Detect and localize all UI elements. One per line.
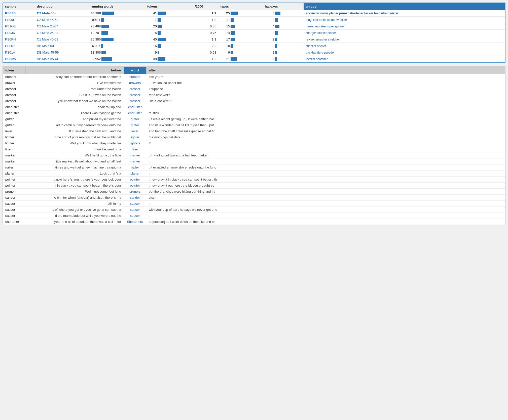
bottom-row-word[interactable]: pointer — [124, 183, 146, 189]
bottom-row-word[interactable]: Shorteners — [124, 219, 146, 225]
top-row-sample[interactable]: PS03S — [3, 10, 35, 17]
top-row-sample[interactable]: PS01A — [3, 49, 35, 56]
top-row-types: 10 — [218, 43, 263, 49]
bottom-row-after: to stick . — [146, 110, 505, 116]
col-header-token: token — [3, 67, 25, 74]
top-row-per1000: 1.1 — [193, 10, 218, 17]
bottom-row-before: It 'd smashed the cam and , and the — [25, 128, 124, 134]
bottom-row-after: . — [146, 213, 505, 219]
bottom-row-after: and bent the shaft colossal expense at t… — [146, 128, 505, 134]
top-row-description: AB Male 60- — [35, 43, 89, 49]
bottom-row-word[interactable]: pointer — [124, 177, 146, 183]
bottom-row-before: Look , that 's a — [25, 171, 124, 177]
bottom-row-token: planer — [3, 171, 25, 177]
top-row-types: 25 — [218, 10, 263, 17]
top-row-types: 17 — [218, 36, 263, 43]
bottom-row-after: , I 've looked under the — [146, 80, 505, 86]
bottom-row-word[interactable]: pruners — [124, 189, 146, 195]
bottom-row-token: nailer — [3, 164, 25, 171]
bottom-row-word[interactable]: saucer — [124, 213, 146, 219]
table-row: encrusterchair rail up andencruster. — [3, 104, 505, 110]
top-row-sample[interactable]: PS007 — [3, 43, 35, 49]
top-row-hapaxes: 2 — [263, 36, 304, 43]
top-row-types: 15 — [218, 23, 263, 30]
top-row-sample[interactable]: PS0JX — [3, 30, 35, 36]
bottom-panel: token before word after bumper; sixty ca… — [3, 66, 505, 225]
bottom-row-before: little marker , th well about two and a … — [25, 158, 124, 164]
bottom-row-token: encruster — [3, 104, 25, 110]
table-row: dresseryou know that teapot we have on t… — [3, 98, 505, 104]
bottom-row-word[interactable]: dresser — [124, 92, 146, 98]
bottom-row-before: year and all of a sudden there was a cal… — [25, 219, 124, 225]
bottom-row-token: sander — [3, 195, 25, 201]
bottom-row-after: at [unclear] so I went down on the bike … — [146, 219, 505, 225]
bottom-row-after: . — [146, 146, 505, 152]
top-row-unique: magnifier tuner winder wrecker — [304, 17, 505, 23]
top-row-tokens: 38 — [145, 56, 193, 62]
top-row-types: 14 — [218, 30, 263, 36]
bottom-row-word[interactable]: marker — [124, 158, 146, 164]
bottom-row-token: lighter — [3, 140, 25, 146]
bottom-row-before: , now here 's your , there 's your peg l… — [25, 177, 124, 183]
bottom-row-word[interactable]: planer — [124, 171, 146, 177]
table-row: saucerd the marmalade out while you were… — [3, 213, 505, 219]
table-row: markerWell he 'd got a , the littlemarke… — [3, 152, 505, 158]
bottom-row-word[interactable]: gutter — [124, 122, 146, 128]
bottom-row-after: for a little while . — [146, 92, 505, 98]
top-row-running-words: 32,952 — [89, 56, 145, 62]
bottom-row-word[interactable]: saucer — [124, 201, 146, 207]
bottom-row-word[interactable]: dresser — [124, 98, 146, 104]
bottom-row-after: and its a wonder I did n't kill myself t… — [146, 122, 505, 128]
bottom-row-word[interactable]: sander — [124, 195, 146, 201]
bottom-row-word[interactable]: encruster — [124, 104, 146, 110]
bottom-row-before: ad to climb out my bedroom window onto t… — [25, 122, 124, 128]
top-row-sample[interactable]: PS09E — [3, 17, 35, 23]
bottom-row-word[interactable]: lighter — [124, 134, 146, 140]
bottom-row-before: chair rail up and — [25, 104, 124, 110]
table-row: prunerWell I got some foot longprunersbu… — [3, 189, 505, 195]
col-header-sample: sample — [3, 3, 35, 10]
top-row-tokens: 41 — [145, 10, 193, 17]
bottom-row-after: , now draw it out here , the bit you bro… — [146, 183, 505, 189]
bottom-row-word[interactable]: lever — [124, 128, 146, 134]
bottom-row-after: . — [146, 158, 505, 164]
table-row: pointer, now here 's your , there 's you… — [3, 177, 505, 183]
bottom-row-before: and pulled myself over the — [25, 116, 124, 122]
top-row-per1000: 1.2 — [193, 56, 218, 62]
top-row-types: 9 — [218, 49, 263, 56]
table-row: nailerf times and we had a new machine ,… — [3, 164, 505, 171]
bottom-row-token: saucer — [3, 201, 25, 207]
col-header-per1000: /1000 — [193, 3, 218, 10]
bottom-row-before: s of where you get er , you 've got a so… — [25, 207, 124, 213]
bottom-row-word[interactable]: nailer — [124, 164, 146, 171]
bottom-row-after: . — [146, 104, 505, 110]
bottom-row-token: pointer — [3, 183, 25, 189]
bottom-row-after: , it er nailed er army sho er soles onto… — [146, 164, 505, 171]
bottom-row-before: it in black , you can see it better , th… — [25, 183, 124, 189]
top-row-description: C1 Male 25-34 — [35, 30, 89, 36]
col-header-description: description — [35, 3, 89, 10]
top-row-per1000: 0.85 — [193, 23, 218, 30]
bottom-row-word[interactable]: dresser — [124, 86, 146, 92]
top-row-sample[interactable]: PS03W — [3, 56, 35, 62]
bottom-row-word[interactable]: marker — [124, 152, 146, 158]
bottom-row-word[interactable]: liner — [124, 146, 146, 152]
table-row: encrusterThere I was trying to get theen… — [3, 110, 505, 116]
table-row: drawerI 've emptied thedrawers, I 've lo… — [3, 80, 505, 86]
bottom-row-after: . — [146, 171, 505, 177]
bottom-row-word[interactable]: gutter — [124, 116, 146, 122]
bottom-row-after: like a cockerel ? — [146, 98, 505, 104]
bottom-row-token: saucer — [3, 207, 25, 213]
bottom-row-after: with your cup of tea , he says we never … — [146, 207, 505, 213]
top-row-sample[interactable]: PS0PN — [3, 36, 35, 43]
bottom-row-word[interactable]: drawers — [124, 80, 146, 86]
bottom-row-token: pointer — [3, 177, 25, 183]
bottom-row-word[interactable]: lighters — [124, 140, 146, 146]
bottom-row-word[interactable]: encruster — [124, 110, 146, 116]
bottom-row-before: still in my — [25, 201, 124, 207]
bottom-row-token: saucer — [3, 213, 25, 219]
bottom-row-word[interactable]: bumper — [124, 74, 146, 80]
bottom-row-token: bumper — [3, 74, 25, 80]
top-row-sample[interactable]: PS1GE — [3, 23, 35, 30]
bottom-row-word[interactable]: saucer — [124, 207, 146, 213]
